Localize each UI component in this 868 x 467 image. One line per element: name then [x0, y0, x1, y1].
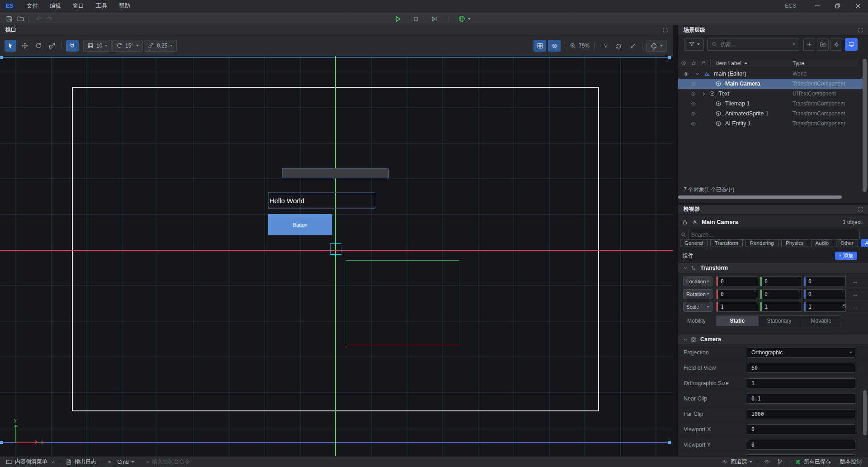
ui-button-element[interactable]: Button — [268, 214, 332, 235]
redo-button[interactable]: ↷ — [44, 14, 55, 24]
tree-row-tilemap[interactable]: Tilemap 1 TransformComponent — [678, 99, 863, 109]
tree-row-main-camera[interactable]: Main Camera TransformComponent — [678, 79, 863, 89]
rotation-label-dropdown[interactable]: Rotation — [683, 289, 712, 299]
link-axes-icon[interactable]: ↔ — [852, 304, 858, 310]
hierarchy-header[interactable]: 场景层级 — [678, 25, 868, 35]
grid-snap-dropdown[interactable]: 10 — [83, 40, 112, 52]
play-button[interactable] — [392, 14, 403, 24]
open-project-button[interactable] — [15, 14, 26, 24]
inspector-header[interactable]: 检视器 — [678, 205, 868, 214]
expand-panel-icon[interactable] — [858, 27, 863, 33]
link-axes-icon[interactable]: ↔ — [852, 291, 858, 298]
undo-button[interactable]: ↶ — [33, 14, 44, 24]
step-frame-button[interactable] — [429, 14, 439, 24]
ui-slider-element[interactable] — [282, 168, 389, 178]
move-tool-button[interactable] — [19, 40, 31, 52]
uniform-scale-lock-icon[interactable] — [841, 303, 847, 309]
location-y-input[interactable]: 0 — [760, 276, 802, 286]
far-clip-input[interactable]: 1000 — [747, 409, 855, 419]
vertical-scrollbar[interactable] — [863, 59, 867, 192]
scale-tool-button[interactable] — [46, 40, 58, 52]
tree-row-ai-entity[interactable]: AI Entity 1 TransformComponent — [678, 119, 863, 129]
output-log-button[interactable]: 输出日志 — [66, 458, 96, 466]
menu-edit[interactable]: 编辑 — [44, 0, 67, 12]
rotation-y-input[interactable]: 0° — [760, 289, 802, 299]
tab-other[interactable]: Other — [836, 239, 858, 247]
ui-text-element[interactable]: Hello World — [268, 192, 375, 209]
rotate-tool-button[interactable] — [33, 40, 44, 52]
location-label-dropdown[interactable]: Location — [683, 276, 712, 286]
vertical-scrollbar[interactable] — [863, 390, 867, 435]
rotate-snap-dropdown[interactable]: 15° — [112, 40, 143, 52]
viewport-y-input[interactable]: 0 — [747, 440, 855, 450]
hierarchy-settings-button[interactable] — [830, 38, 842, 51]
cmd-dropdown[interactable]: >_ Cmd — [108, 459, 134, 465]
source-control-branch-button[interactable] — [777, 458, 783, 465]
content-drawer-button[interactable]: 内容侧滑菜单 — [5, 458, 54, 466]
orthographic-size-input[interactable]: 1 — [747, 378, 855, 388]
scale-y-input[interactable]: 1 — [760, 302, 802, 312]
add-entity-button[interactable] — [803, 38, 815, 51]
transform-section-header[interactable]: Transform — [678, 262, 868, 273]
scene-canvas[interactable]: Hello World Button y x — [0, 56, 673, 456]
column-type[interactable]: Type — [793, 60, 804, 67]
camera-section-header[interactable]: Camera — [678, 334, 868, 345]
expand-panel-icon[interactable] — [858, 206, 863, 212]
menu-tools[interactable]: 工具 — [90, 0, 113, 12]
minimize-button[interactable] — [807, 0, 827, 12]
display-mode-button[interactable] — [845, 38, 858, 51]
tab-transform[interactable]: Transform — [710, 239, 743, 247]
mobility-static[interactable]: Static — [717, 316, 759, 326]
gizmo-handle[interactable] — [668, 56, 671, 59]
hierarchy-search[interactable] — [707, 38, 799, 51]
new-folder-button[interactable] — [817, 38, 829, 51]
location-z-input[interactable]: 0 — [804, 276, 846, 286]
view-mode-dropdown[interactable] — [646, 40, 667, 52]
gizmo-handle[interactable] — [0, 441, 3, 444]
mobility-movable[interactable]: Movable — [800, 316, 842, 326]
expand-panel-icon[interactable] — [662, 27, 668, 33]
tab-general[interactable]: General — [680, 239, 708, 247]
add-component-button[interactable]: + 添加 — [835, 252, 857, 260]
world-mode-dropdown[interactable] — [454, 14, 474, 24]
rotation-z-input[interactable]: 0° — [804, 289, 846, 299]
scale-x-input[interactable]: 1 — [716, 302, 758, 312]
projection-dropdown[interactable]: Orthographic — [747, 348, 855, 357]
field-of-view-input[interactable]: 60 — [747, 363, 855, 373]
tree-row-world[interactable]: main (Editor) World — [678, 69, 863, 79]
maximize-viewport-button[interactable] — [627, 40, 638, 52]
mobility-stationary[interactable]: Stationary — [759, 316, 801, 326]
scale-z-input[interactable]: 1 — [804, 302, 846, 312]
show-gizmos-toggle[interactable] — [548, 40, 561, 52]
network-status-button[interactable] — [764, 458, 770, 465]
viewport-header[interactable]: 视口 — [0, 25, 673, 35]
location-x-input[interactable]: 0 — [716, 276, 758, 286]
restore-button[interactable] — [827, 0, 848, 12]
selection-origin-gizmo[interactable] — [330, 243, 341, 255]
chevron-down-icon[interactable] — [696, 71, 699, 75]
trace-dropdown[interactable]: 回追踪 — [722, 458, 752, 466]
gizmo-handle[interactable] — [668, 441, 671, 444]
tab-rendering[interactable]: Rendering — [745, 239, 778, 247]
save-status[interactable]: 所有已保存 — [795, 458, 831, 466]
column-item-label[interactable]: Item Label — [716, 60, 741, 67]
app-logo[interactable]: ES — [4, 2, 15, 10]
scale-label-dropdown[interactable]: Scale — [683, 302, 712, 312]
tab-audio[interactable]: Audio — [811, 239, 833, 247]
entity-bounds-rect[interactable] — [346, 260, 459, 345]
menu-file[interactable]: 文件 — [21, 0, 44, 12]
menu-window[interactable]: 窗口 — [67, 0, 90, 12]
save-button[interactable] — [4, 14, 14, 24]
near-clip-input[interactable]: 0.1 — [747, 394, 855, 404]
stop-button[interactable] — [410, 14, 421, 24]
tab-physics[interactable]: Physics — [781, 239, 808, 247]
close-button[interactable] — [848, 0, 868, 12]
console-command-input[interactable]: > 输入控制台命令 — [146, 458, 190, 466]
rotation-x-input[interactable]: 0° — [716, 289, 758, 299]
filter-button[interactable] — [684, 38, 704, 51]
select-tool-button[interactable] — [5, 40, 16, 52]
version-control-button[interactable]: 版本控制 — [840, 458, 862, 466]
gizmo-handle[interactable] — [0, 56, 3, 59]
menu-help[interactable]: 帮助 — [113, 0, 136, 12]
chevron-right-icon[interactable] — [702, 92, 705, 95]
